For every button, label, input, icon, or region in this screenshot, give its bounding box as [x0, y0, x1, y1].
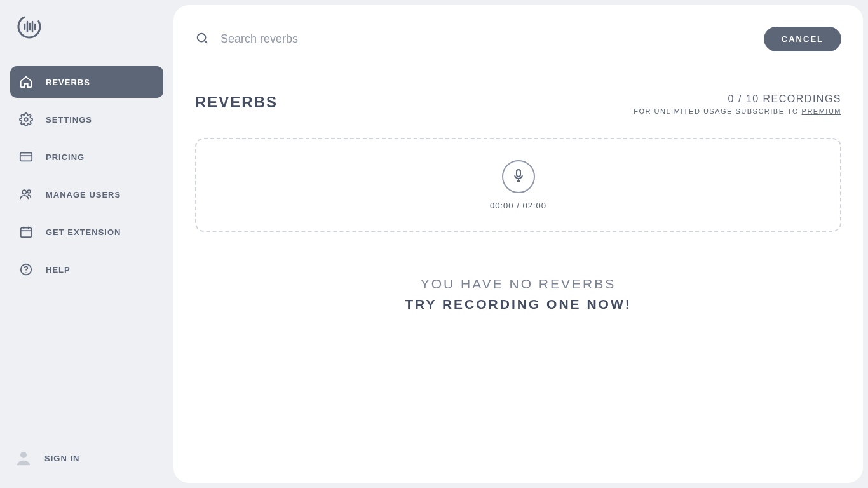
gear-icon: [19, 112, 33, 126]
record-button[interactable]: [502, 160, 535, 193]
svg-rect-7: [20, 153, 32, 161]
main-panel: CANCEL REVERBS 0 / 10 RECORDINGS FOR UNL…: [173, 5, 863, 483]
svg-point-6: [24, 118, 28, 121]
svg-rect-11: [21, 228, 32, 238]
sidebar: Reverbs Settings Pricing Manage Users: [0, 0, 173, 488]
sidebar-item-settings[interactable]: Settings: [10, 104, 163, 135]
empty-state: YOU HAVE NO REVERBS TRY RECORDING ONE NO…: [195, 276, 841, 312]
sidebar-item-label: Settings: [46, 115, 92, 125]
page-title: REVERBS: [195, 93, 278, 111]
svg-point-17: [20, 452, 27, 458]
sidebar-item-label: Reverbs: [46, 78, 90, 87]
microphone-icon: [511, 168, 526, 185]
sidebar-nav: Reverbs Settings Pricing Manage Users: [0, 66, 173, 285]
search-bar: CANCEL: [195, 27, 841, 51]
card-icon: [19, 150, 33, 164]
help-icon: [19, 262, 33, 276]
empty-state-subtitle: TRY RECORDING ONE NOW!: [195, 297, 841, 312]
sidebar-item-label: Pricing: [46, 152, 85, 162]
sidebar-item-help[interactable]: Help: [10, 254, 163, 285]
home-icon: [19, 75, 33, 89]
recording-count: 0 / 10 RECORDINGS: [634, 93, 841, 105]
calendar-icon: [19, 225, 33, 239]
cancel-button[interactable]: CANCEL: [764, 27, 841, 51]
sidebar-item-label: Get Extension: [46, 227, 121, 237]
sidebar-item-label: Help: [46, 265, 71, 274]
sidebar-item-pricing[interactable]: Pricing: [10, 141, 163, 173]
premium-cta-prefix: FOR UNLIMITED USAGE SUBSCRIBE TO: [634, 107, 801, 115]
sidebar-item-reverbs[interactable]: Reverbs: [10, 66, 163, 98]
svg-point-18: [198, 33, 206, 41]
svg-point-9: [22, 190, 26, 194]
app-logo: [15, 13, 173, 43]
search-input[interactable]: [220, 32, 752, 46]
sidebar-item-label: Manage Users: [46, 190, 121, 200]
usage-info: 0 / 10 RECORDINGS FOR UNLIMITED USAGE SU…: [634, 93, 841, 115]
record-timer: 00:00 / 02:00: [490, 201, 546, 210]
users-icon: [19, 187, 33, 201]
sign-in-label: Sign In: [44, 454, 79, 463]
svg-point-10: [27, 190, 31, 193]
search-icon: [195, 31, 209, 48]
user-avatar-icon: [13, 447, 34, 469]
empty-state-title: YOU HAVE NO REVERBS: [195, 276, 841, 292]
svg-line-19: [205, 40, 208, 43]
sidebar-item-get-extension[interactable]: Get Extension: [10, 216, 163, 248]
sign-in-button[interactable]: Sign In: [10, 444, 163, 473]
premium-cta: FOR UNLIMITED USAGE SUBSCRIBE TO PREMIUM: [634, 107, 841, 115]
premium-link[interactable]: PREMIUM: [802, 107, 841, 115]
svg-point-16: [25, 272, 26, 273]
sidebar-item-manage-users[interactable]: Manage Users: [10, 179, 163, 210]
record-dropzone: 00:00 / 02:00: [195, 138, 841, 232]
svg-rect-20: [517, 170, 520, 177]
